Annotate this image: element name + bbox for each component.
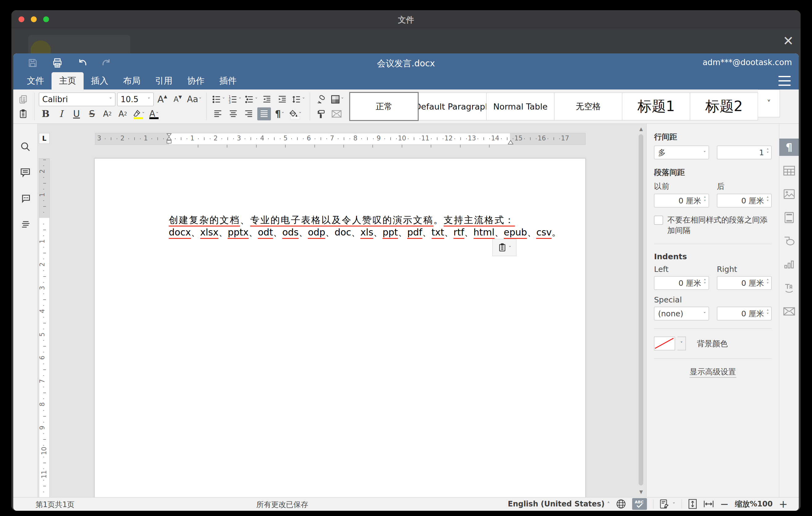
zoom-in-button[interactable]: + <box>779 499 788 509</box>
special-indent-select[interactable]: (none)˅ <box>654 307 709 320</box>
search-button[interactable] <box>19 140 32 153</box>
headers-footers-settings-tab[interactable] <box>779 209 799 226</box>
shape-settings-tab[interactable] <box>779 232 799 250</box>
font-name-select[interactable]: Calibri˅ <box>39 93 115 106</box>
document-text[interactable]: 创建复杂的文档、专业的电子表格以及令人赞叹的演示文稿。支持主流格式： docx、… <box>169 214 551 238</box>
document-language-button[interactable] <box>616 499 626 509</box>
line-spacing-select[interactable]: 多˅ <box>654 146 709 159</box>
font-size-select[interactable]: 10.5˅ <box>117 93 154 106</box>
hamburger-menu-icon[interactable] <box>778 76 791 86</box>
paragraph-shading-button[interactable]: ˅ <box>288 107 302 120</box>
right-indent-marker-icon[interactable] <box>508 140 514 144</box>
copy-style-color-scheme-button[interactable]: ˅ <box>330 93 344 106</box>
mail-merge-button[interactable] <box>330 107 343 120</box>
indent-markers-icon[interactable] <box>166 133 172 144</box>
background-color-dropdown[interactable]: ˅ <box>677 337 686 350</box>
background-color-swatch[interactable] <box>654 337 675 350</box>
zoom-out-button[interactable]: − <box>720 499 729 509</box>
italic-button[interactable]: I <box>54 107 68 120</box>
vertical-ruler[interactable]: 211234567891011 <box>39 158 50 497</box>
document-page[interactable] <box>94 158 585 497</box>
text-segment: 、 <box>351 227 360 238</box>
horizontal-ruler[interactable]: 3211234567891011121314151617 <box>95 133 585 145</box>
special-indent-spinner[interactable]: 0 厘米˄˅ <box>717 307 772 320</box>
style-item[interactable]: Normal Table <box>487 93 554 120</box>
ruler-number: 15 <box>514 135 523 142</box>
styles-gallery-expand-button[interactable]: ˅ <box>758 89 780 117</box>
vertical-scrollbar[interactable]: ▲ ▼ <box>638 125 644 495</box>
align-center-button[interactable] <box>227 107 240 120</box>
format-painter-button[interactable] <box>314 107 328 120</box>
numbered-list-button[interactable]: 123˅ <box>227 93 242 106</box>
align-right-button[interactable] <box>242 107 256 120</box>
tab-stop-selector[interactable]: L <box>39 133 50 144</box>
style-item[interactable]: 标题2 <box>690 93 758 120</box>
page-count[interactable]: 第1页共1页 <box>35 500 75 510</box>
document-canvas[interactable]: L 3211234567891011121314151617 <box>38 124 646 497</box>
ribbon-tab[interactable]: 插入 <box>84 72 116 89</box>
ribbon-tab[interactable]: 协作 <box>180 72 212 89</box>
ribbon-tab[interactable]: 引用 <box>148 72 180 89</box>
align-justify-button[interactable] <box>257 107 271 120</box>
clear-style-button[interactable] <box>314 93 328 106</box>
spell-check-toggle[interactable]: ABC <box>632 498 647 510</box>
subscript-button[interactable]: A2 <box>116 107 129 120</box>
no-space-same-style-checkbox[interactable]: 不要在相同样式的段落之间添加间隔 <box>654 215 772 236</box>
decrease-indent-button[interactable] <box>260 93 274 106</box>
strikethrough-button[interactable]: S <box>85 107 99 120</box>
increase-font-size-button[interactable]: A▲ <box>155 93 169 106</box>
scrollbar-thumb[interactable] <box>639 134 643 485</box>
copy-button[interactable] <box>16 93 30 106</box>
text-segment: 专业的电子表格以及令人赞叹的演示文稿 <box>250 214 433 227</box>
ribbon-tab[interactable]: 文件 <box>20 72 52 89</box>
highlight-color-button[interactable]: ˅ <box>132 107 145 120</box>
mail-merge-settings-tab[interactable] <box>779 303 799 320</box>
paste-options-button[interactable]: ˅ <box>492 239 517 256</box>
indent-left-spinner[interactable]: 0 厘米˄˅ <box>654 276 709 290</box>
save-status: 所有更改已保存 <box>256 500 308 510</box>
text-art-settings-tab[interactable] <box>779 279 799 296</box>
style-item[interactable]: Default Paragraph <box>419 93 487 120</box>
bullet-list-button[interactable]: ˅ <box>211 93 226 106</box>
show-advanced-settings-link[interactable]: 显示高级设置 <box>690 367 736 378</box>
change-case-button[interactable]: Aa˅ <box>186 93 202 106</box>
style-item[interactable]: 标题1 <box>622 93 690 120</box>
language-selector[interactable]: English (United States)˄ <box>508 500 610 508</box>
chat-button[interactable] <box>19 192 32 205</box>
style-item[interactable]: 无空格 <box>554 93 622 120</box>
navigation-headings-button[interactable] <box>19 218 32 231</box>
underline-button[interactable]: U <box>70 107 83 120</box>
close-dialog-button[interactable]: ✕ <box>781 34 795 48</box>
editor-header: 会议发言.docx adm***@dootask.com 文件主页插入布局引用协… <box>13 53 799 89</box>
checkbox-icon[interactable] <box>654 216 663 225</box>
style-item[interactable]: 正常 <box>349 92 419 121</box>
paste-button[interactable] <box>16 107 30 120</box>
superscript-button[interactable]: A2 <box>100 107 114 120</box>
spacing-before-spinner[interactable]: 0 厘米˄˅ <box>654 194 709 207</box>
ribbon-tab[interactable]: 布局 <box>116 72 148 89</box>
scroll-up-icon[interactable]: ▲ <box>638 125 644 133</box>
ribbon-tab[interactable]: 插件 <box>212 72 244 89</box>
table-settings-tab[interactable] <box>779 162 799 179</box>
align-left-button[interactable] <box>211 107 225 120</box>
nonprinting-characters-button[interactable]: ¶˅ <box>273 107 286 120</box>
multilevel-list-button[interactable]: ˅ <box>244 93 258 106</box>
scroll-down-icon[interactable]: ▼ <box>638 489 644 495</box>
line-spacing-button[interactable]: ˅ <box>291 93 306 106</box>
decrease-font-size-button[interactable]: A▼ <box>171 93 184 106</box>
track-changes-button[interactable]: ˅ <box>660 499 675 509</box>
paragraph-settings-tab[interactable]: ¶ <box>779 139 799 156</box>
ruler-number: 6 <box>307 135 311 142</box>
fit-width-button[interactable] <box>703 500 714 508</box>
ribbon-tab[interactable]: 主页 <box>52 72 84 89</box>
fit-page-button[interactable] <box>688 499 697 509</box>
bold-button[interactable]: B <box>39 107 53 120</box>
indent-right-spinner[interactable]: 0 厘米˄˅ <box>717 276 772 290</box>
chart-settings-tab[interactable] <box>779 256 799 273</box>
line-spacing-value-spinner[interactable]: 1˄˅ <box>717 146 772 159</box>
font-color-button[interactable]: A˅ <box>147 107 161 120</box>
spacing-after-spinner[interactable]: 0 厘米˄˅ <box>717 194 772 207</box>
comments-button[interactable] <box>19 166 32 179</box>
increase-indent-button[interactable] <box>276 93 289 106</box>
image-settings-tab[interactable] <box>779 185 799 203</box>
